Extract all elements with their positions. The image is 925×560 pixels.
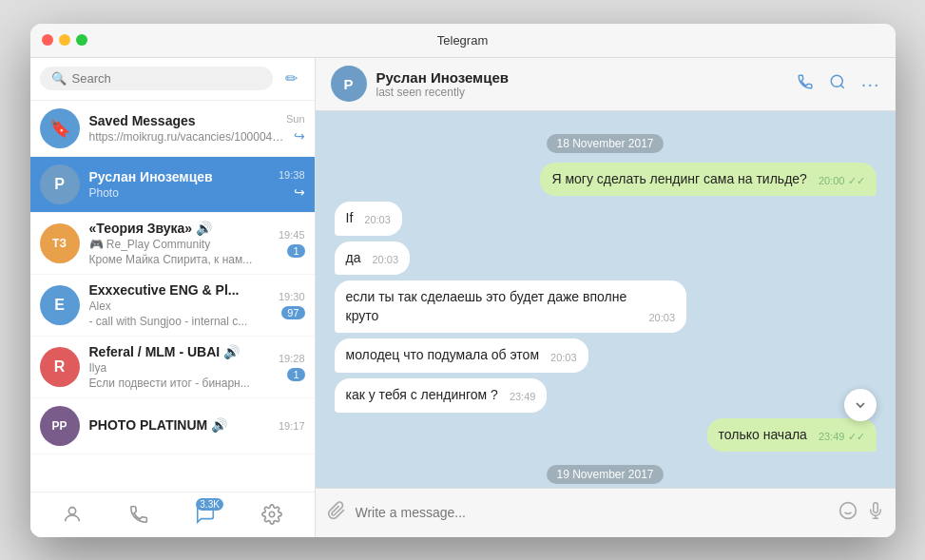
chat-preview2-referal: Если подвести итог - бинарн... <box>89 377 279 390</box>
search-chat-button[interactable] <box>829 73 846 95</box>
chat-meta-photo: 19:17 <box>279 420 305 432</box>
svg-line-3 <box>840 85 843 87</box>
bubble-m3: да 20:03 <box>335 241 411 276</box>
contacts-icon[interactable] <box>62 504 83 525</box>
titlebar: Telegram <box>30 24 896 58</box>
svg-point-2 <box>831 75 842 87</box>
message-m6: как у тебя с лендингом ? 23:49 <box>335 378 877 413</box>
message-input[interactable] <box>356 505 829 520</box>
chat-area: Р Руслан Иноземцев last seen recently <box>316 58 896 537</box>
msg-time-m4: 20:03 <box>648 311 675 325</box>
chat-meta-ruslan: 19:38 ↪ <box>279 169 305 200</box>
chat-info-photo: PHOTO PLATINUM 🔊 <box>89 417 279 434</box>
chat-header-avatar: Р <box>331 66 367 102</box>
chat-meta-saved: Sun ↪ <box>286 113 305 144</box>
chat-preview2-exxxecutive: - call with Sungjoo - internal c... <box>89 315 279 328</box>
msg-time-m2: 20:03 <box>364 213 391 227</box>
chat-input-bar <box>316 488 896 537</box>
chat-header: Р Руслан Иноземцев last seen recently <box>316 58 896 111</box>
attach-icon[interactable] <box>327 501 346 525</box>
chat-name-teoria: «Теория Звука» 🔊 <box>89 221 279 236</box>
sidebar: 🔍 ✏ 🔖 Saved Messages https://moikrug.ru/… <box>30 58 316 537</box>
chat-item-saved[interactable]: 🔖 Saved Messages https://moikrug.ru/vaca… <box>30 101 315 157</box>
chat-time-teoria: 19:45 <box>279 229 305 241</box>
bubble-m2: If 20:03 <box>335 202 402 236</box>
date-divider-1: 18 November 2017 <box>335 134 877 151</box>
message-m7: только начала 23:49 ✓✓ <box>335 418 877 453</box>
msg-time-m6: 23:49 <box>510 390 536 404</box>
compose-button[interactable]: ✏ <box>279 66 305 92</box>
chat-time-saved: Sun <box>286 113 305 125</box>
badge-exxxecutive: 97 <box>281 306 304 319</box>
chat-name-photo: PHOTO PLATINUM 🔊 <box>89 417 279 433</box>
avatar-exxxecutive: E <box>40 285 80 325</box>
chat-item-teoria[interactable]: ТЗ «Теория Звука» 🔊 🎮 Re_Play Community … <box>30 213 315 275</box>
msg-time-m3: 20:03 <box>372 253 398 267</box>
chat-meta-referal: 19:28 1 <box>279 353 305 381</box>
messages-container: 18 November 2017 Я могу сделать лендинг … <box>316 111 896 488</box>
svg-point-0 <box>69 508 76 514</box>
chat-meta-exxxecutive: 19:30 97 <box>279 291 305 319</box>
maximize-button[interactable] <box>76 34 87 46</box>
msg-text-m5: молодец что подумала об этом <box>346 346 540 365</box>
chat-contact-status: last seen recently <box>376 86 787 99</box>
message-m3: да 20:03 <box>335 241 877 276</box>
svg-point-1 <box>269 512 275 517</box>
microphone-icon[interactable] <box>867 501 884 525</box>
avatar-photo: PP <box>40 406 80 446</box>
chat-name-ruslan: Руслан Иноземцев <box>89 169 279 184</box>
app-window: Telegram 🔍 ✏ 🔖 Saved Messages <box>30 24 896 537</box>
chat-preview-teoria: 🎮 Re_Play Community <box>89 238 279 251</box>
chat-info-ruslan: Руслан Иноземцев Photo <box>89 169 279 200</box>
chat-item-exxxecutive[interactable]: E Exxxecutive ENG & Pl... Alex - call wi… <box>30 275 315 337</box>
message-m4: если ты так сделаешь это будет даже впол… <box>335 280 877 333</box>
chat-meta-teoria: 19:45 1 <box>279 229 305 258</box>
minimize-button[interactable] <box>59 34 70 46</box>
msg-time-m1: 20:00 ✓✓ <box>819 174 865 188</box>
msg-text-m7: только начала <box>719 426 807 445</box>
msg-text-m1: Я могу сделать лендинг сама на тильде? <box>551 170 806 189</box>
chat-time-referal: 19:28 <box>279 353 305 364</box>
window-title: Telegram <box>437 33 488 48</box>
scroll-down-button[interactable] <box>844 389 877 421</box>
msg-time-m7: 23:49 ✓✓ <box>819 430 865 444</box>
chat-info-referal: Referal / MLM - UBAI 🔊 Ilya Если подвест… <box>89 344 279 390</box>
msg-text-m4: если ты так сделаешь это будет даже впол… <box>346 288 638 325</box>
message-m1: Я могу сделать лендинг сама на тильде? 2… <box>335 163 877 197</box>
chat-name-saved: Saved Messages <box>89 113 286 128</box>
chat-header-info: Руслан Иноземцев last seen recently <box>376 69 787 99</box>
chat-name-referal: Referal / MLM - UBAI 🔊 <box>89 344 279 359</box>
chat-item-referal[interactable]: R Referal / MLM - UBAI 🔊 Ilya Если подве… <box>30 337 315 398</box>
calls-icon[interactable] <box>128 504 149 525</box>
date-divider-2: 19 November 2017 <box>335 465 877 482</box>
chat-preview1-exxxecutive: Alex <box>89 299 279 313</box>
bubble-m1: Я могу сделать лендинг сама на тильде? 2… <box>540 163 876 197</box>
chat-info-exxxecutive: Exxxecutive ENG & Pl... Alex - call with… <box>89 282 279 328</box>
chat-item-photo[interactable]: PP PHOTO PLATINUM 🔊 19:17 <box>30 398 315 454</box>
chat-time-exxxecutive: 19:30 <box>279 291 305 302</box>
chats-icon[interactable]: 3.3K <box>195 504 216 525</box>
chat-contact-name: Руслан Иноземцев <box>376 69 787 86</box>
search-input[interactable] <box>72 71 261 86</box>
call-button[interactable] <box>797 73 814 95</box>
chat-header-actions: ··· <box>797 73 880 95</box>
msg-text-m3: да <box>346 249 361 268</box>
main-content: 🔍 ✏ 🔖 Saved Messages https://moikrug.ru/… <box>30 58 896 537</box>
bubble-m6: как у тебя с лендингом ? 23:49 <box>335 378 548 413</box>
search-input-wrap[interactable]: 🔍 <box>40 67 273 90</box>
avatar-referal: R <box>40 347 80 387</box>
badge-teoria: 1 <box>287 244 304 258</box>
chat-item-ruslan[interactable]: Р Руслан Иноземцев Photo 19:38 ↪ <box>30 157 315 213</box>
avatar-teoria: ТЗ <box>40 223 80 263</box>
more-button[interactable]: ··· <box>861 73 880 95</box>
close-button[interactable] <box>42 34 53 46</box>
avatar-saved: 🔖 <box>40 108 80 148</box>
chat-info-saved: Saved Messages https://moikrug.ru/vacanc… <box>89 113 286 144</box>
emoji-icon[interactable] <box>838 501 858 525</box>
settings-icon[interactable] <box>261 504 282 525</box>
chat-list: 🔖 Saved Messages https://moikrug.ru/vaca… <box>30 101 315 492</box>
message-m5: молодец что подумала об этом 20:03 <box>335 338 877 373</box>
chat-preview2-teoria: Кроме Майка Спирита, к нам... <box>89 253 279 266</box>
chat-time-photo: 19:17 <box>279 420 305 432</box>
bubble-m5: молодец что подумала об этом 20:03 <box>335 338 588 373</box>
